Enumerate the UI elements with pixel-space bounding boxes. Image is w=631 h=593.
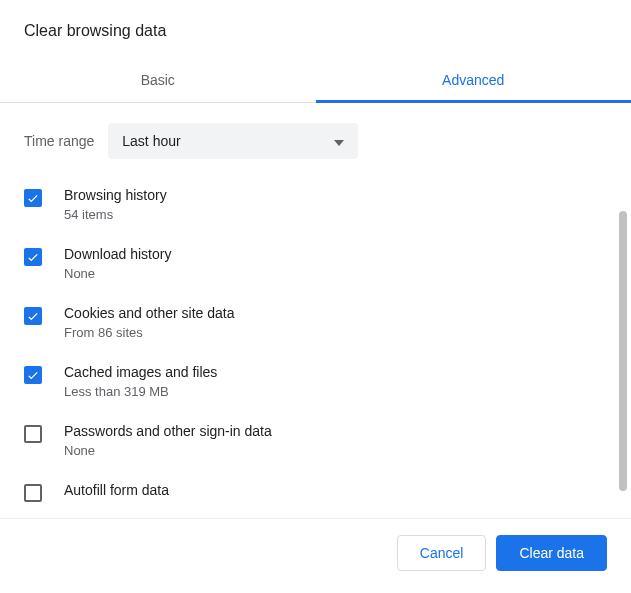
scrollbar[interactable] (619, 211, 627, 491)
item-text: Cookies and other site dataFrom 86 sites (64, 305, 234, 340)
item-sublabel: None (64, 443, 272, 458)
item-sublabel: 54 items (64, 207, 167, 222)
dialog-title: Clear browsing data (0, 0, 631, 58)
list-item: Passwords and other sign-in dataNone (24, 411, 607, 470)
checkbox[interactable] (24, 248, 42, 266)
item-sublabel: None (64, 266, 171, 281)
item-label: Download history (64, 246, 171, 262)
timerange-label: Time range (24, 133, 94, 149)
cancel-button[interactable]: Cancel (397, 535, 487, 571)
footer: Cancel Clear data (0, 518, 631, 593)
checkbox[interactable] (24, 366, 42, 384)
list-item: Cookies and other site dataFrom 86 sites (24, 293, 607, 352)
timerange-row: Time range Last hour (24, 103, 607, 175)
item-sublabel: From 86 sites (64, 325, 234, 340)
item-text: Browsing history54 items (64, 187, 167, 222)
list-item: Browsing history54 items (24, 175, 607, 234)
item-text: Cached images and filesLess than 319 MB (64, 364, 217, 399)
list-item: Download historyNone (24, 234, 607, 293)
item-label: Passwords and other sign-in data (64, 423, 272, 439)
tab-basic[interactable]: Basic (0, 58, 316, 102)
checkbox[interactable] (24, 425, 42, 443)
tab-advanced[interactable]: Advanced (316, 58, 632, 102)
tabs: Basic Advanced (0, 58, 631, 103)
chevron-down-icon (334, 133, 344, 149)
timerange-select[interactable]: Last hour (108, 123, 358, 159)
checkbox[interactable] (24, 307, 42, 325)
list-item: Autofill form data (24, 470, 607, 503)
checkbox[interactable] (24, 484, 42, 502)
item-label: Cached images and files (64, 364, 217, 380)
item-label: Autofill form data (64, 482, 169, 498)
item-text: Autofill form data (64, 482, 169, 498)
checkbox[interactable] (24, 189, 42, 207)
item-text: Passwords and other sign-in dataNone (64, 423, 272, 458)
content-area: Time range Last hour Browsing history54 … (0, 103, 631, 503)
timerange-value: Last hour (122, 133, 180, 149)
clear-data-button[interactable]: Clear data (496, 535, 607, 571)
item-text: Download historyNone (64, 246, 171, 281)
item-label: Cookies and other site data (64, 305, 234, 321)
list-item: Cached images and filesLess than 319 MB (24, 352, 607, 411)
item-label: Browsing history (64, 187, 167, 203)
item-sublabel: Less than 319 MB (64, 384, 217, 399)
